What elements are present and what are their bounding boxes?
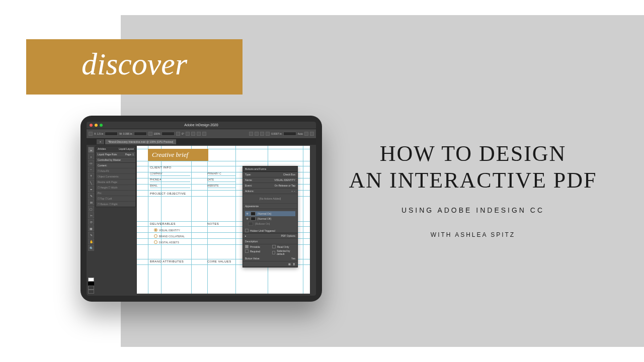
direct-select-icon[interactable]: ▹: [88, 153, 94, 159]
phone-field[interactable]: PHONE #: [150, 178, 190, 182]
convert-icon[interactable]: ▦: [288, 262, 291, 265]
state-normal-on[interactable]: 👁[Normal On]: [245, 211, 295, 216]
app-title: Adobe InDesign 2020: [87, 123, 316, 127]
type-dropdown[interactable]: Check Box: [283, 173, 295, 176]
visual-identity-radio[interactable]: VISUAL IDENTITY: [154, 228, 180, 232]
rule-dropdown[interactable]: Controlled by Master: [96, 157, 135, 162]
title-line2: AN INTERACTIVE PDF: [332, 167, 614, 194]
constraints-label: Object Constraints:: [96, 173, 135, 179]
panel-title[interactable]: Buttons and Forms: [243, 166, 297, 172]
rot-field[interactable]: 0°: [182, 132, 184, 135]
rectangle-tool-icon[interactable]: ▢: [88, 206, 94, 212]
fill-swatch[interactable]: [88, 278, 94, 282]
w-input[interactable]: [134, 132, 147, 136]
flip-v-icon[interactable]: [191, 132, 195, 136]
fill-stroke-swatches[interactable]: [88, 278, 95, 294]
resize-label: Resize with Page:: [96, 179, 135, 185]
rotate-icon[interactable]: [176, 132, 180, 136]
page-tool-icon[interactable]: ▭: [88, 160, 94, 166]
x-input[interactable]: [105, 132, 118, 136]
view-mode-icon[interactable]: [88, 290, 94, 294]
trash-icon[interactable]: 🗑: [293, 262, 295, 265]
website-field[interactable]: WEBSITE: [207, 184, 235, 188]
doc-tab-active[interactable]: *Brand-Discovery-Interactive.indd @ 100%…: [105, 139, 176, 144]
flip-h-icon[interactable]: [186, 132, 190, 136]
pen-tool-icon[interactable]: ✒: [88, 186, 94, 192]
transform-icon[interactable]: ⟳: [88, 219, 94, 225]
objective-heading: PROJECT OBJECTIVE: [150, 192, 186, 195]
company-field[interactable]: COMPANY: [150, 172, 190, 176]
printable-check[interactable]: Printable: [243, 244, 270, 249]
line-tool-icon[interactable]: ╲: [88, 179, 94, 186]
name-input[interactable]: VISUAL IDENTITY: [274, 178, 295, 182]
state-rollover-on[interactable]: [Rollover On]: [245, 221, 295, 226]
hidden-check[interactable]: Hidden Until Triggered: [243, 228, 297, 233]
event-dropdown[interactable]: On Release or Tap: [274, 184, 295, 187]
readonly-check[interactable]: Read Only: [270, 244, 297, 249]
zoom-tool-icon[interactable]: 🔍: [88, 245, 94, 251]
default-swatch-icon[interactable]: [88, 286, 94, 290]
state-normal-off[interactable]: 👁[Normal Off]: [245, 216, 295, 221]
gap-tool-icon[interactable]: ↔: [88, 166, 94, 172]
grid-icon[interactable]: [310, 132, 314, 136]
type-tool-icon[interactable]: T: [88, 173, 94, 179]
align-icon[interactable]: [255, 132, 259, 136]
buttons-and-forms-panel[interactable]: Buttons and Forms Type:Check Box Name:VI…: [243, 166, 298, 267]
brand-collateral-radio[interactable]: BRAND COLLATERAL: [154, 234, 185, 238]
opacity-input[interactable]: [283, 132, 296, 136]
grid-icon[interactable]: [304, 132, 308, 136]
creative-brief-banner[interactable]: Creative brief: [148, 149, 208, 161]
indesign-app: Adobe InDesign 2020 X: 1.5 in W: 0.095 i…: [87, 122, 316, 296]
stroke-swatch[interactable]: [88, 282, 94, 286]
banner-word: discover: [82, 46, 187, 82]
client-info-heading: CLIENT INFO: [150, 166, 172, 169]
pin-label: Pin:: [96, 190, 135, 196]
email-field[interactable]: EMAIL: [150, 184, 190, 188]
liquid-rule-label: Liquid Page Rule:: [98, 153, 117, 156]
align-icon[interactable]: [249, 132, 253, 136]
control-bar[interactable]: X: 1.5 in W: 0.095 in 100% 0° 0.0007 in …: [87, 129, 316, 139]
pdf-options-label[interactable]: PDF Options: [281, 234, 295, 237]
scale-input[interactable]: [162, 132, 175, 136]
selected-check[interactable]: Selected by default: [270, 249, 297, 256]
articles-tab[interactable]: Articles: [98, 147, 106, 150]
x-field[interactable]: X: 1.5 in: [94, 132, 103, 135]
hand-tool-icon[interactable]: ✋: [88, 238, 94, 244]
required-check[interactable]: Required: [243, 249, 270, 253]
document-tabs[interactable]: × *Brand-Discovery-Interactive.indd @ 10…: [87, 139, 316, 145]
content-label: Content:: [96, 162, 135, 168]
auto-label[interactable]: Auto: [298, 132, 303, 135]
creative-brief-label: Creative brief: [152, 151, 188, 159]
pencil-tool-icon[interactable]: ✎: [88, 193, 94, 199]
selection-tool-icon[interactable]: ▸: [88, 147, 94, 153]
scale-field[interactable]: 100%: [154, 132, 160, 135]
digital-assets-radio[interactable]: DIGITAL ASSETS: [154, 240, 179, 244]
scissors-icon[interactable]: ✂: [88, 212, 94, 218]
stroke-icon[interactable]: [197, 132, 201, 136]
distribute-icon[interactable]: [266, 132, 270, 136]
tablet-mockup: Adobe InDesign 2020 X: 1.5 in W: 0.095 i…: [80, 116, 322, 302]
rectangle-frame-icon[interactable]: ⊠: [88, 199, 94, 205]
reference-point-icon[interactable]: [89, 132, 93, 136]
liquid-tab[interactable]: Liquid Layout: [119, 147, 134, 150]
w-field[interactable]: W: 0.095 in: [119, 132, 132, 135]
eyedropper-icon[interactable]: ✎: [88, 232, 94, 238]
gradient-icon[interactable]: ▦: [88, 225, 94, 231]
tools-panel[interactable]: ▸ ▹ ▭ ↔ T ╲ ✒ ✎ ⊠ ▢ ✂ ⟳ ▦ ✎ ✋ 🔍: [88, 146, 95, 252]
fill-icon[interactable]: [202, 132, 206, 136]
appearance-label: Appearance: [243, 204, 297, 209]
title-block: HOW TO DESIGN AN INTERACTIVE PDF USING A…: [332, 141, 614, 238]
subtitle: USING ADOBE INDESIGN CC: [332, 206, 614, 214]
core-values-heading: CORE VALUES: [207, 260, 231, 263]
doc-tab-1[interactable]: ×: [97, 139, 104, 144]
primary-field[interactable]: PRIMARY C: [207, 172, 235, 176]
link-icon[interactable]: [148, 132, 152, 136]
date-field[interactable]: DATE: [207, 178, 235, 182]
opacity-field[interactable]: 0.0007 in: [271, 132, 282, 135]
button-value-input[interactable]: Yes: [291, 257, 295, 260]
liquid-layout-panel[interactable]: ArticlesLiquid Layout Liquid Page Rule: …: [96, 146, 136, 207]
discover-banner: discover: [26, 39, 243, 95]
autofit-check[interactable]: Auto-Fit: [100, 169, 109, 172]
document-canvas[interactable]: Creative brief CLIENT INFO COMPANY PRIMA…: [137, 146, 310, 294]
align-icon[interactable]: [260, 132, 264, 136]
